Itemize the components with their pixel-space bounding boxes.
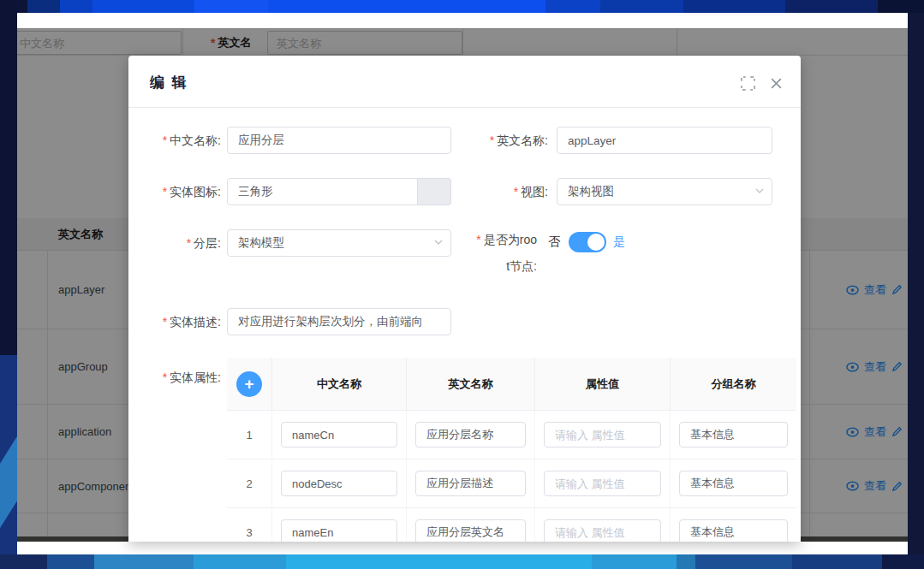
- layer-select[interactable]: [227, 229, 451, 257]
- attr-group-input[interactable]: [679, 471, 788, 496]
- attr-group-input[interactable]: [679, 422, 788, 447]
- attr-row: 3: [227, 508, 796, 542]
- entity-desc-label: 实体描述:: [137, 308, 221, 335]
- attr-cn-input[interactable]: [281, 422, 397, 447]
- col-header-en: 英文名称: [407, 358, 535, 410]
- edit-dialog: 编 辑 中文名称: 英文名称: 实体图标: 视图:: [128, 56, 801, 542]
- switch-on-text: 是: [613, 234, 625, 250]
- cn-name-input[interactable]: [227, 127, 451, 154]
- attr-en-input[interactable]: [415, 422, 526, 447]
- attr-en-input[interactable]: [415, 471, 526, 496]
- entity-desc-input[interactable]: [227, 308, 451, 335]
- root-node-switch[interactable]: [569, 232, 606, 252]
- col-header-cn: 中文名称: [272, 358, 407, 410]
- en-name-input[interactable]: [557, 127, 772, 154]
- col-header-group: 分组名称: [671, 358, 796, 410]
- entity-icon-label: 实体图标:: [137, 178, 221, 205]
- en-name-label: 英文名称:: [454, 127, 548, 154]
- col-header-value: 属性值: [535, 358, 671, 410]
- cn-name-label: 中文名称:: [137, 127, 221, 154]
- layer-label: 分层:: [137, 229, 221, 257]
- add-row-button[interactable]: +: [236, 371, 262, 397]
- row-index: 3: [246, 526, 252, 539]
- icon-picker-button[interactable]: [417, 178, 451, 205]
- close-icon[interactable]: [770, 77, 783, 90]
- view-select[interactable]: [557, 178, 772, 205]
- attr-value-input[interactable]: [544, 422, 661, 447]
- fullscreen-icon[interactable]: [741, 76, 755, 91]
- is-root-label-line1: 是否为roo: [445, 229, 537, 250]
- wallpaper-right-band: [908, 13, 924, 569]
- attr-table-header: + 中文名称 英文名称 属性值 分组名称: [227, 358, 796, 411]
- attr-row: 2: [227, 459, 796, 508]
- wallpaper-bottom-band: [0, 554, 924, 569]
- attr-en-input[interactable]: [415, 519, 526, 542]
- screen: 英文名 英文名称 appLayer 查看 appGroup 查看: [0, 0, 924, 569]
- wallpaper-top-band: [0, 0, 924, 13]
- switch-off-text: 否: [548, 234, 560, 250]
- wallpaper-left-band: [0, 0, 17, 569]
- attr-value-input[interactable]: [544, 471, 661, 496]
- row-index: 2: [246, 477, 252, 490]
- dialog-header-divider: [128, 107, 801, 108]
- attr-cn-input[interactable]: [281, 519, 397, 542]
- view-label: 视图:: [454, 178, 548, 205]
- attr-value-input[interactable]: [544, 519, 661, 542]
- switch-knob: [587, 234, 605, 251]
- attr-row: 1: [227, 411, 796, 459]
- attr-group-input[interactable]: [679, 519, 788, 542]
- dialog-title: 编 辑: [150, 73, 188, 92]
- row-index: 1: [246, 429, 252, 442]
- attr-table: + 中文名称 英文名称 属性值 分组名称 1 2 3: [227, 358, 796, 542]
- attr-cn-input[interactable]: [281, 471, 397, 496]
- entity-attrs-label: 实体属性:: [137, 364, 221, 391]
- window-bottom-strip: [17, 542, 908, 554]
- is-root-label-line2: t节点:: [445, 256, 537, 276]
